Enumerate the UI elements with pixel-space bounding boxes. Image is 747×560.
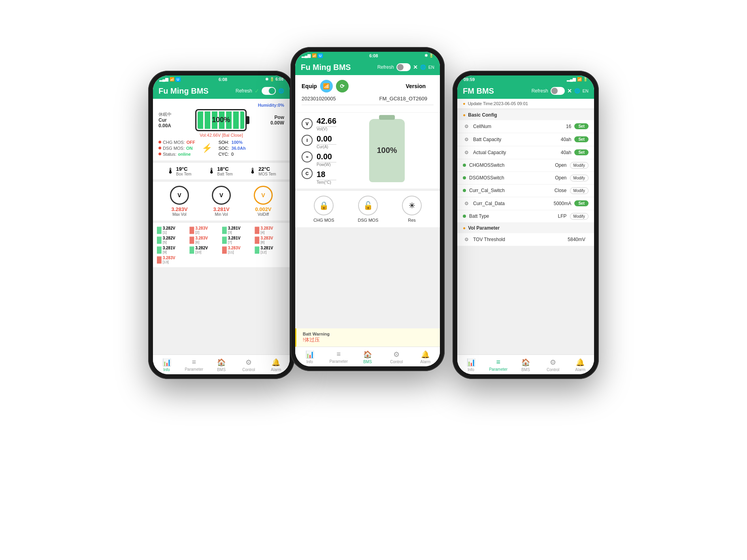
left-humidity: Humidity:0% <box>158 103 284 107</box>
right-lang-label: EN <box>583 89 589 93</box>
left-status-dot <box>158 153 161 155</box>
middle-nav-bms[interactable]: 🏠 BMS <box>358 350 377 364</box>
cell-num: [13] <box>163 260 175 264</box>
config-modify-btn[interactable]: Modify <box>570 213 589 220</box>
left-toggle-knob <box>269 88 275 94</box>
left-nav-ctrl-label: Control <box>242 368 255 372</box>
middle-dsg-mos-icon[interactable]: 🔓 <box>358 196 378 215</box>
left-nav-parameter[interactable]: ≡ Parameter <box>184 358 204 372</box>
middle-vol-unit: Vol(V) <box>317 127 336 131</box>
right-toggle[interactable] <box>551 87 565 95</box>
left-mos-tem-icon: 🌡 <box>249 166 257 175</box>
config-name: CellNum <box>473 124 566 129</box>
right-nav-bms[interactable]: 🏠 BMS <box>516 358 536 372</box>
left-mos-tem: 🌡 22°C MOS Tem <box>249 166 276 176</box>
config-modify-btn[interactable]: Modify <box>570 162 589 169</box>
middle-nav-bms-icon: 🏠 <box>363 350 372 359</box>
config-row: Batt Type LFP Modify <box>457 210 594 223</box>
cell-num: [10] <box>195 250 208 254</box>
left-vol-diff-val: 0.002V <box>255 206 271 212</box>
right-nav-bms-label: BMS <box>521 368 530 372</box>
left-nav-bms[interactable]: 🏠 BMS <box>211 358 231 372</box>
middle-header: Fu Ming BMS Refresh ✕ 🌐 EN <box>295 60 440 75</box>
cell-bar-icon: ▓ <box>222 236 227 243</box>
left-battery-section: Humidity:0% 休眠中 Cur 0.00A 100% <box>153 99 290 160</box>
left-header: Fu Ming BMS Refresh ✓ 🌐 <box>153 83 290 99</box>
left-toggle[interactable] <box>262 87 276 95</box>
middle-warning-title: Batt Warning <box>303 332 434 336</box>
right-nav-info[interactable]: 📊 Info <box>461 358 481 372</box>
config-set-btn[interactable]: Set <box>574 123 589 129</box>
middle-phone: ▂▄▆ 📶 U 6:08 ✱ 🔋 Fu Ming BMS Refresh <box>290 47 445 371</box>
left-cyc-val: 0 <box>231 152 234 156</box>
left-soh-val: 100% <box>232 140 243 145</box>
left-bottom-nav: 📊 Info ≡ Parameter 🏠 BMS ⚙ Control <box>153 354 290 374</box>
config-set-btn[interactable]: Set <box>574 136 589 142</box>
right-close-icon[interactable]: ✕ <box>567 88 572 94</box>
cell-bar-icon: ▓ <box>190 226 194 234</box>
cell-num: [11] <box>228 250 241 254</box>
left-max-vol-label: Max Vol <box>172 212 187 217</box>
left-chg-label: CHG MOS: <box>163 140 185 145</box>
left-nav-alarm[interactable]: 🔔 Alarm <box>266 358 286 372</box>
middle-toggle[interactable] <box>396 63 411 71</box>
middle-nav-info-icon: 📊 <box>306 350 314 359</box>
middle-bluetooth-icon[interactable]: 📶 <box>320 80 333 92</box>
middle-battery-percent: 100% <box>377 146 397 155</box>
left-time: 6:08 <box>219 77 227 82</box>
middle-chg-mos-label: CHG MOS <box>313 218 334 222</box>
config-modify-btn[interactable]: Modify <box>570 187 589 194</box>
middle-cur-unit: Cur(A) <box>317 145 336 149</box>
left-dsg-row: DSG MOS: ON <box>158 146 195 151</box>
cell-vol: 3.282V <box>195 246 208 250</box>
left-max-vol: V 3.283V Max Vol <box>170 186 189 217</box>
left-nav-alarm-label: Alarm <box>271 368 281 372</box>
middle-res-icon[interactable]: ✳ <box>402 196 422 215</box>
left-signal-icons: ▂▄▆ 📶 U <box>159 77 181 82</box>
middle-nav-control[interactable]: ⚙ Control <box>387 350 406 364</box>
left-nav-control[interactable]: ⚙ Control <box>239 358 258 372</box>
right-nav-alarm[interactable]: 🔔 Alarm <box>570 358 590 372</box>
cell-item: ▓ 3.281V [7] <box>222 236 253 244</box>
middle-nav-info[interactable]: 📊 Info <box>300 350 320 364</box>
right-nav-alarm-icon: 🔔 <box>576 358 585 367</box>
left-battery-visual: 100% <box>195 109 247 131</box>
left-min-vol-icon: V <box>212 186 231 205</box>
right-update-time-text: Update Time:2023-06-05 09:01 <box>468 101 528 106</box>
left-soh-section: SOH: 100% SOC: 36.0Ah CYC: 0 <box>219 140 246 156</box>
config-set-btn[interactable]: Set <box>574 200 589 206</box>
left-globe-icon: 🌐 <box>278 88 284 94</box>
middle-status-bar: ▂▄▆ 📶 U 6:08 ✱ 🔋 <box>295 52 440 60</box>
left-voltage-section: V 3.283V Max Vol V 3.281V Min Vol V 0.00… <box>153 182 290 221</box>
middle-battery-visual: 100% <box>340 117 434 185</box>
middle-mos-controls: 🔒 CHG MOS 🔓 DSG MOS ✳ Res <box>295 191 440 227</box>
cell-item: ▓ 3.283V [8] <box>255 236 286 244</box>
right-header: FM BMS Refresh ✕ 🌐 EN <box>457 83 594 99</box>
middle-nav-parameter[interactable]: ≡ Parameter <box>329 350 349 364</box>
middle-header-right: Refresh ✕ 🌐 EN <box>377 63 434 71</box>
middle-chg-mos-icon[interactable]: 🔒 <box>314 196 334 215</box>
middle-nav-alarm[interactable]: 🔔 Alarm <box>415 350 435 364</box>
right-nav-control[interactable]: ⚙ Control <box>543 358 563 372</box>
config-name: Curr_Cal_Switch <box>469 188 555 193</box>
config-val: LFP <box>558 213 567 219</box>
middle-connect-icon[interactable]: ⟳ <box>336 80 349 92</box>
right-tov-row: ⚙ TOV Threshold 5840mV <box>457 233 594 246</box>
config-val: Open <box>555 162 566 168</box>
right-nav-parameter[interactable]: ≡ Parameter <box>489 358 508 372</box>
right-phone: 09:59 ▂▄▆ 📶 🔋 FM BMS Refresh ✕ <box>453 71 599 379</box>
config-gear-icon: ⚙ <box>463 123 470 130</box>
config-row: DSGMOSSwitch Open Modify <box>457 172 594 185</box>
middle-warning: Batt Warning !体过压 <box>295 328 440 347</box>
left-nav-param-label: Parameter <box>185 367 203 371</box>
middle-close-icon[interactable]: ✕ <box>413 64 418 70</box>
config-set-btn[interactable]: Set <box>574 149 589 155</box>
config-modify-btn[interactable]: Modify <box>570 175 589 181</box>
middle-cur-icon: I <box>302 135 313 146</box>
left-nav-info[interactable]: 📊 Info <box>157 358 177 372</box>
middle-meas-icons: V I ≈ C <box>302 117 313 185</box>
left-status-row: Status: online <box>158 152 195 156</box>
left-nav-alarm-icon: 🔔 <box>272 358 280 367</box>
middle-divider <box>302 105 434 105</box>
left-right-icons: ✱ 🔋 6:08 <box>265 77 283 81</box>
